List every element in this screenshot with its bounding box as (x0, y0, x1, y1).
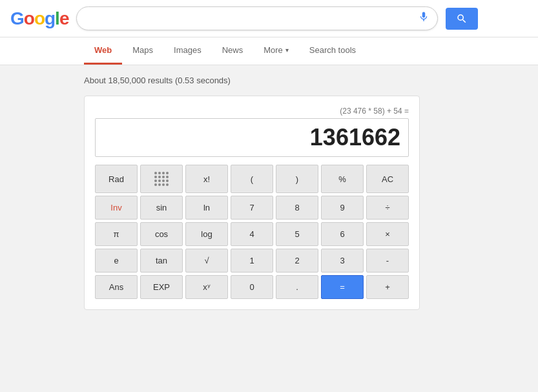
nav-item-maps[interactable]: Maps (122, 37, 163, 65)
calc-btn-x-[interactable]: x! (185, 165, 228, 193)
nav-item-more[interactable]: More ▾ (253, 37, 299, 65)
nav-item-web[interactable]: Web (84, 37, 122, 65)
nav-item-images[interactable]: Images (163, 37, 212, 65)
nav-item-news[interactable]: News (212, 37, 254, 65)
calc-expression: (23 476 * 58) + 54 = (95, 107, 409, 116)
calc-btn--[interactable]: % (321, 165, 364, 193)
calc-btn-Rad[interactable]: Rad (95, 165, 138, 193)
calc-btn-2[interactable]: 2 (276, 249, 318, 273)
calc-btn--[interactable]: π (95, 222, 138, 246)
calc-btn-sin[interactable]: sin (140, 196, 183, 220)
calc-btn-e[interactable]: e (95, 249, 138, 273)
calc-btn-ln[interactable]: ln (185, 196, 228, 220)
search-input[interactable]: (23476*58)+54 (85, 13, 413, 25)
nav-bar: Web Maps Images News More ▾ Search tools (0, 37, 538, 65)
calc-btn-0[interactable]: 0 (231, 275, 273, 299)
calc-btn--[interactable]: . (276, 275, 318, 299)
calc-btn--[interactable]: ÷ (366, 196, 409, 220)
search-bar: (23476*58)+54 (76, 6, 438, 30)
calc-btn-4[interactable]: 4 (231, 222, 273, 246)
calc-btn-5[interactable]: 5 (276, 222, 318, 246)
calc-btn-grid[interactable] (140, 165, 183, 193)
calc-display: 1361662 (95, 118, 409, 157)
calculator-card: (23 476 * 58) + 54 = 1361662 Radx!()%ACI… (84, 96, 420, 310)
calc-btn--[interactable]: ) (276, 165, 318, 193)
calc-btn-EXP[interactable]: EXP (140, 275, 183, 299)
google-logo: Google (10, 8, 68, 29)
calc-btn--[interactable]: + (366, 275, 409, 299)
calc-btn-tan[interactable]: tan (140, 249, 183, 273)
calc-btn-x-[interactable]: xʸ (185, 275, 228, 299)
calc-btn--[interactable]: ( (231, 165, 273, 193)
calc-btn-6[interactable]: 6 (321, 222, 364, 246)
calc-btn-1[interactable]: 1 (231, 249, 273, 273)
calc-buttons: Radx!()%ACInvsinln789÷πcoslog456×etan√12… (95, 165, 409, 299)
calc-btn--[interactable]: √ (185, 249, 228, 273)
calc-btn-Inv[interactable]: Inv (95, 196, 138, 220)
main-content: About 18,50,000 results (0.53 seconds) (… (0, 65, 538, 320)
mic-icon[interactable] (418, 11, 429, 26)
chevron-down-icon: ▾ (285, 46, 289, 54)
calc-btn-7[interactable]: 7 (231, 196, 273, 220)
calc-btn-log[interactable]: log (185, 222, 228, 246)
calc-btn-8[interactable]: 8 (276, 196, 318, 220)
calc-btn-Ans[interactable]: Ans (95, 275, 138, 299)
header: Google (23476*58)+54 (0, 0, 538, 37)
search-button[interactable] (446, 8, 478, 30)
calc-btn--[interactable]: - (366, 249, 409, 273)
calc-btn-9[interactable]: 9 (321, 196, 364, 220)
calc-btn-3[interactable]: 3 (321, 249, 364, 273)
calc-btn-cos[interactable]: cos (140, 222, 183, 246)
nav-item-search-tools[interactable]: Search tools (299, 37, 366, 65)
calc-btn--[interactable]: = (321, 275, 364, 299)
results-info: About 18,50,000 results (0.53 seconds) (84, 76, 454, 85)
calc-btn--[interactable]: × (366, 222, 409, 246)
calc-btn-AC[interactable]: AC (366, 165, 409, 193)
